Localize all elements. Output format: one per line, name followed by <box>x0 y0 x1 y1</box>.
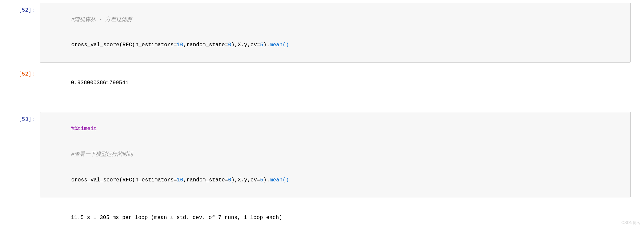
close-paren-2: ). <box>263 42 270 48</box>
close-paren-4: ). <box>263 177 270 183</box>
output-number-52: 0.9380003861799541 <box>71 80 129 86</box>
mean-method-2: mean() <box>270 177 289 183</box>
eq5: = <box>225 177 228 183</box>
timeit-result-text: 11.5 s ± 305 ms per loop (mean ± std. de… <box>71 215 282 221</box>
comma-random: ,random_state <box>183 42 225 48</box>
watermark: CSDN博客 <box>621 220 641 226</box>
func-cross-val-53: cross_val_score(RFC(n_estimators <box>71 177 174 183</box>
cell-53-input-label: [53]: <box>0 112 40 197</box>
cell-52-output: [52]: 0.9380003861799541 <box>0 65 644 106</box>
mean-method-1: mean() <box>270 42 289 48</box>
val-10-1: 10 <box>177 42 183 48</box>
val-5-2: 5 <box>260 177 263 183</box>
close-paren-3: ),X,y,cv <box>231 177 257 183</box>
eq3: = <box>257 42 260 48</box>
code-line-comment-53: #查看一下模型运行的时间 <box>46 142 625 167</box>
cell-52-output-label: [52]: <box>0 67 40 77</box>
cell-53-output: 11.5 s ± 305 ms per loop (mean ± std. de… <box>0 200 644 229</box>
cell-53-input: [53]: %%timeit #查看一下模型运行的时间 cross_val_sc… <box>0 109 644 200</box>
eq6: = <box>257 177 260 183</box>
timeit-output-line: 11.5 s ± 305 ms per loop (mean ± std. de… <box>45 205 625 229</box>
val-5-1: 5 <box>260 42 263 48</box>
comment-text-53: #查看一下模型运行的时间 <box>71 151 133 157</box>
eq2: = <box>225 42 228 48</box>
cell-52-output-content: 0.9380003861799541 <box>40 67 631 100</box>
code-line-53-3: cross_val_score(RFC(n_estimators=10,rand… <box>46 167 625 193</box>
cell-gap-1 <box>0 105 644 109</box>
val-10-2: 10 <box>177 177 183 183</box>
cell-53-input-content[interactable]: %%timeit #查看一下模型运行的时间 cross_val_score(RF… <box>40 112 631 197</box>
eq1: = <box>174 42 177 48</box>
cell-52-input-content[interactable]: #随机森林 - 方差过滤前 cross_val_score(RFC(n_esti… <box>40 3 631 63</box>
code-line-1: #随机森林 - 方差过滤前 <box>46 7 625 33</box>
magic-timeit: %%timeit <box>71 126 97 132</box>
comma-random-53: ,random_state <box>183 177 225 183</box>
cell-52-input-label: [52]: <box>0 3 40 63</box>
val-0-1: 0 <box>228 42 231 48</box>
code-line-2: cross_val_score(RFC(n_estimators=10,rand… <box>46 33 625 58</box>
cell-53-output-content: 11.5 s ± 305 ms per loop (mean ± std. de… <box>40 201 631 229</box>
notebook-container: [52]: #随机森林 - 方差过滤前 cross_val_score(RFC(… <box>0 0 644 229</box>
close-paren-1: ),X,y,cv <box>231 42 257 48</box>
output-value-52: 0.9380003861799541 <box>45 71 625 96</box>
val-0-2: 0 <box>228 177 231 183</box>
code-line-timeit: %%timeit <box>46 116 625 142</box>
cell-52-input: [52]: #随机森林 - 方差过滤前 cross_val_score(RFC(… <box>0 0 644 65</box>
cell-53-output-label <box>0 201 40 212</box>
eq4: = <box>174 177 177 183</box>
comment-text-1: #随机森林 - 方差过滤前 <box>71 17 132 23</box>
func-cross-val: cross_val_score(RFC(n_estimators <box>71 42 174 48</box>
